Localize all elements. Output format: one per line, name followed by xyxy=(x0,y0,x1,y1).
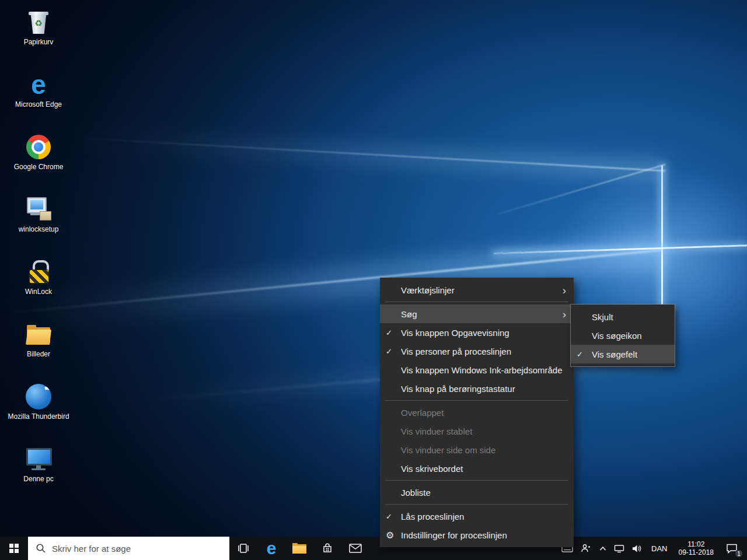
task-view-button[interactable] xyxy=(229,537,257,560)
desktop-icon-label: Microsoft Edge xyxy=(15,100,62,108)
folder-icon xyxy=(26,324,51,345)
system-tray: DAN 11:02 09-11-2018 1 xyxy=(559,537,747,560)
menu-item-sog[interactable]: Søg › xyxy=(380,304,574,323)
check-icon: ✓ xyxy=(386,512,401,521)
mail-button[interactable] xyxy=(341,537,369,560)
language-indicator[interactable]: DAN xyxy=(645,537,673,560)
taskbar-context-menu: Værktøjslinjer › Søg › ✓ Vis knappen Opg… xyxy=(380,278,574,547)
menu-separator xyxy=(385,400,568,401)
store-button[interactable] xyxy=(313,537,341,560)
submenu-item-vis-sogeikon[interactable]: Vis søgeikon xyxy=(571,326,675,345)
installer-icon xyxy=(26,197,51,222)
chrome-icon xyxy=(26,135,51,159)
store-icon xyxy=(322,542,333,554)
desktop-icon-label: Papirkurv xyxy=(24,38,54,46)
windows-desktop: ♻ Papirkurv e Microsoft Edge Google Chro… xyxy=(0,0,747,560)
menu-item-vis-knappen-opgavevisning[interactable]: ✓ Vis knappen Opgavevisning xyxy=(380,323,574,342)
file-explorer-button[interactable] xyxy=(285,537,313,560)
search-input[interactable] xyxy=(51,543,229,554)
action-center-button[interactable]: 1 xyxy=(719,537,745,560)
this-pc-icon xyxy=(25,447,52,471)
wallpaper xyxy=(0,0,747,560)
taskbar: e xyxy=(0,537,747,560)
desktop-icon-label: Billeder xyxy=(27,350,50,358)
windows-logo-icon xyxy=(9,544,19,553)
notification-badge: 1 xyxy=(735,550,743,558)
chevron-right-icon: › xyxy=(563,285,566,296)
menu-item-las-proceslinjen[interactable]: ✓ Lås proceslinjen xyxy=(380,507,574,526)
desktop-icon-label: Mozilla Thunderbird xyxy=(8,412,69,421)
check-icon: ✓ xyxy=(577,350,592,359)
show-hidden-icons-button[interactable] xyxy=(595,537,610,560)
task-view-icon xyxy=(237,543,250,554)
desktop-icon-label: winlocksetup xyxy=(19,225,59,233)
menu-item-vis-personer[interactable]: ✓ Vis personer på proceslinjen xyxy=(380,342,574,360)
menu-item-vaerktojslinjer[interactable]: Værktøjslinjer › xyxy=(380,281,574,299)
edge-icon: e xyxy=(31,71,46,98)
menu-separator xyxy=(385,302,568,302)
menu-separator xyxy=(385,480,568,481)
clock-date: 09-11-2018 xyxy=(679,548,714,556)
recycle-symbol-icon: ♻ xyxy=(34,18,42,29)
thunderbird-icon xyxy=(26,384,51,410)
menu-item-vis-skrivebordet[interactable]: Vis skrivebordet xyxy=(380,459,574,478)
mail-icon xyxy=(349,544,362,553)
chevron-up-icon xyxy=(599,546,606,551)
network-button[interactable] xyxy=(610,537,628,560)
menu-item-overlappet: Overlappet xyxy=(380,403,574,422)
desktop-icon-denne-pc[interactable]: Denne pc xyxy=(9,440,68,503)
file-explorer-icon xyxy=(292,543,306,554)
desktop-icon-label: Google Chrome xyxy=(14,163,64,171)
desktop-icon-label: Denne pc xyxy=(23,475,53,483)
desktop-icon-billeder[interactable]: Billeder xyxy=(9,316,68,378)
menu-item-windows-ink[interactable]: Vis knappen Windows Ink-arbejdsområde xyxy=(380,360,574,379)
wallpaper-vignette xyxy=(0,0,747,560)
menu-item-vis-vinduer-stablet: Vis vinduer stablet xyxy=(380,422,574,440)
chevron-right-icon: › xyxy=(563,309,566,320)
menu-separator xyxy=(385,504,568,505)
check-icon: ✓ xyxy=(386,347,401,356)
search-icon xyxy=(36,543,46,554)
gear-icon: ⚙ xyxy=(386,530,401,541)
padlock-icon xyxy=(28,260,49,284)
menu-item-beroringstastatur[interactable]: Vis knap på berøringstastatur xyxy=(380,379,574,398)
start-button[interactable] xyxy=(0,537,28,560)
menu-item-vis-vinduer-side-om-side: Vis vinduer side om side xyxy=(380,440,574,459)
edge-icon: e xyxy=(267,540,277,557)
desktop-icon-google-chrome[interactable]: Google Chrome xyxy=(9,128,68,191)
menu-item-jobliste[interactable]: Jobliste xyxy=(380,483,574,502)
submenu-item-skjult[interactable]: Skjult xyxy=(571,307,675,326)
search-submenu: Skjult Vis søgeikon ✓ Vis søgefelt xyxy=(571,304,675,366)
desktop-icon-label: WinLock xyxy=(25,288,52,296)
edge-taskbar-button[interactable]: e xyxy=(257,537,285,560)
speaker-icon xyxy=(631,544,642,553)
clock[interactable]: 11:02 09-11-2018 xyxy=(673,537,720,560)
desktop-icon-winlock[interactable]: WinLock xyxy=(9,253,68,316)
menu-item-indstillinger-for-proceslinjen[interactable]: ⚙ Indstillinger for proceslinjen xyxy=(380,526,574,544)
clock-time: 11:02 xyxy=(687,540,704,548)
submenu-item-vis-sogefelt[interactable]: ✓ Vis søgefelt xyxy=(571,345,675,363)
desktop-icon-mozilla-thunderbird[interactable]: Mozilla Thunderbird xyxy=(9,378,68,440)
people-icon xyxy=(580,543,591,554)
people-button[interactable] xyxy=(575,537,595,560)
desktop-icon-list: ♻ Papirkurv e Microsoft Edge Google Chro… xyxy=(9,4,68,503)
desktop-icon-microsoft-edge[interactable]: e Microsoft Edge xyxy=(9,66,68,128)
check-icon: ✓ xyxy=(386,328,401,337)
desktop-icon-winlocksetup[interactable]: winlocksetup xyxy=(9,191,68,253)
desktop-icon-papirkurv[interactable]: ♻ Papirkurv xyxy=(9,4,68,66)
recycle-bin-icon: ♻ xyxy=(30,10,47,34)
network-icon xyxy=(614,544,624,553)
taskbar-search-box[interactable] xyxy=(28,537,229,560)
volume-button[interactable] xyxy=(628,537,645,560)
